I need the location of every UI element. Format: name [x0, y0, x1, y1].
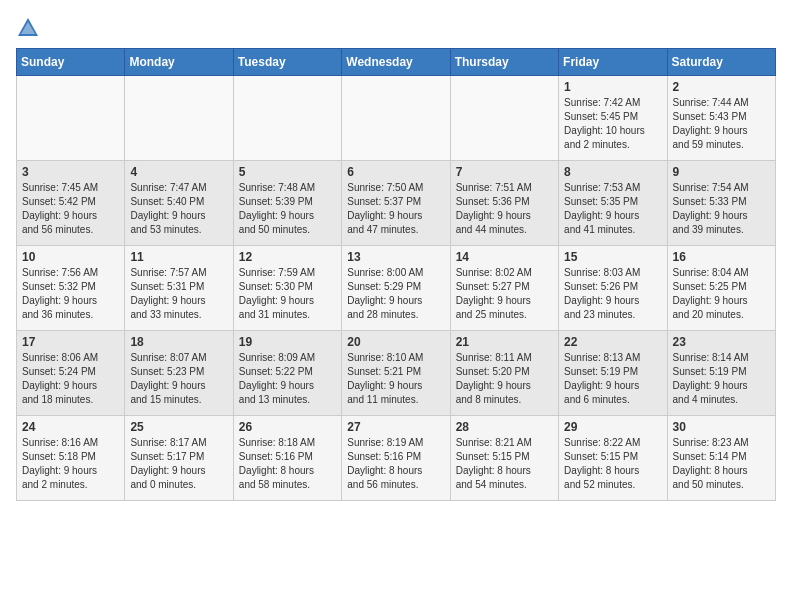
- weekday-header-friday: Friday: [559, 49, 667, 76]
- weekday-header-saturday: Saturday: [667, 49, 775, 76]
- day-number: 7: [456, 165, 553, 179]
- table-row: 9Sunrise: 7:54 AM Sunset: 5:33 PM Daylig…: [667, 161, 775, 246]
- table-row: 13Sunrise: 8:00 AM Sunset: 5:29 PM Dayli…: [342, 246, 450, 331]
- table-row: 1Sunrise: 7:42 AM Sunset: 5:45 PM Daylig…: [559, 76, 667, 161]
- day-info: Sunrise: 7:45 AM Sunset: 5:42 PM Dayligh…: [22, 181, 119, 237]
- day-info: Sunrise: 8:06 AM Sunset: 5:24 PM Dayligh…: [22, 351, 119, 407]
- table-row: 19Sunrise: 8:09 AM Sunset: 5:22 PM Dayli…: [233, 331, 341, 416]
- day-number: 4: [130, 165, 227, 179]
- day-info: Sunrise: 8:07 AM Sunset: 5:23 PM Dayligh…: [130, 351, 227, 407]
- weekday-header-wednesday: Wednesday: [342, 49, 450, 76]
- table-row: 14Sunrise: 8:02 AM Sunset: 5:27 PM Dayli…: [450, 246, 558, 331]
- table-row: 2Sunrise: 7:44 AM Sunset: 5:43 PM Daylig…: [667, 76, 775, 161]
- day-number: 27: [347, 420, 444, 434]
- table-row: 20Sunrise: 8:10 AM Sunset: 5:21 PM Dayli…: [342, 331, 450, 416]
- weekday-header-sunday: Sunday: [17, 49, 125, 76]
- day-info: Sunrise: 8:00 AM Sunset: 5:29 PM Dayligh…: [347, 266, 444, 322]
- table-row: 30Sunrise: 8:23 AM Sunset: 5:14 PM Dayli…: [667, 416, 775, 501]
- table-row: 6Sunrise: 7:50 AM Sunset: 5:37 PM Daylig…: [342, 161, 450, 246]
- table-row: 7Sunrise: 7:51 AM Sunset: 5:36 PM Daylig…: [450, 161, 558, 246]
- day-info: Sunrise: 8:09 AM Sunset: 5:22 PM Dayligh…: [239, 351, 336, 407]
- table-row: [125, 76, 233, 161]
- table-row: [233, 76, 341, 161]
- week-row-3: 10Sunrise: 7:56 AM Sunset: 5:32 PM Dayli…: [17, 246, 776, 331]
- day-number: 6: [347, 165, 444, 179]
- day-number: 9: [673, 165, 770, 179]
- day-info: Sunrise: 8:13 AM Sunset: 5:19 PM Dayligh…: [564, 351, 661, 407]
- day-info: Sunrise: 7:54 AM Sunset: 5:33 PM Dayligh…: [673, 181, 770, 237]
- day-info: Sunrise: 8:02 AM Sunset: 5:27 PM Dayligh…: [456, 266, 553, 322]
- day-info: Sunrise: 8:10 AM Sunset: 5:21 PM Dayligh…: [347, 351, 444, 407]
- table-row: 4Sunrise: 7:47 AM Sunset: 5:40 PM Daylig…: [125, 161, 233, 246]
- day-number: 16: [673, 250, 770, 264]
- day-number: 19: [239, 335, 336, 349]
- table-row: 28Sunrise: 8:21 AM Sunset: 5:15 PM Dayli…: [450, 416, 558, 501]
- day-number: 23: [673, 335, 770, 349]
- day-number: 29: [564, 420, 661, 434]
- table-row: 12Sunrise: 7:59 AM Sunset: 5:30 PM Dayli…: [233, 246, 341, 331]
- day-info: Sunrise: 7:59 AM Sunset: 5:30 PM Dayligh…: [239, 266, 336, 322]
- day-number: 17: [22, 335, 119, 349]
- day-info: Sunrise: 7:44 AM Sunset: 5:43 PM Dayligh…: [673, 96, 770, 152]
- day-number: 25: [130, 420, 227, 434]
- table-row: 24Sunrise: 8:16 AM Sunset: 5:18 PM Dayli…: [17, 416, 125, 501]
- day-info: Sunrise: 8:11 AM Sunset: 5:20 PM Dayligh…: [456, 351, 553, 407]
- table-row: 23Sunrise: 8:14 AM Sunset: 5:19 PM Dayli…: [667, 331, 775, 416]
- weekday-header-row: SundayMondayTuesdayWednesdayThursdayFrid…: [17, 49, 776, 76]
- day-number: 22: [564, 335, 661, 349]
- table-row: [17, 76, 125, 161]
- day-number: 15: [564, 250, 661, 264]
- week-row-5: 24Sunrise: 8:16 AM Sunset: 5:18 PM Dayli…: [17, 416, 776, 501]
- table-row: 3Sunrise: 7:45 AM Sunset: 5:42 PM Daylig…: [17, 161, 125, 246]
- day-number: 8: [564, 165, 661, 179]
- day-info: Sunrise: 8:16 AM Sunset: 5:18 PM Dayligh…: [22, 436, 119, 492]
- day-info: Sunrise: 7:57 AM Sunset: 5:31 PM Dayligh…: [130, 266, 227, 322]
- table-row: 15Sunrise: 8:03 AM Sunset: 5:26 PM Dayli…: [559, 246, 667, 331]
- calendar-table: SundayMondayTuesdayWednesdayThursdayFrid…: [16, 48, 776, 501]
- weekday-header-thursday: Thursday: [450, 49, 558, 76]
- day-info: Sunrise: 7:53 AM Sunset: 5:35 PM Dayligh…: [564, 181, 661, 237]
- day-info: Sunrise: 7:51 AM Sunset: 5:36 PM Dayligh…: [456, 181, 553, 237]
- day-number: 5: [239, 165, 336, 179]
- table-row: 8Sunrise: 7:53 AM Sunset: 5:35 PM Daylig…: [559, 161, 667, 246]
- table-row: 25Sunrise: 8:17 AM Sunset: 5:17 PM Dayli…: [125, 416, 233, 501]
- table-row: 11Sunrise: 7:57 AM Sunset: 5:31 PM Dayli…: [125, 246, 233, 331]
- day-number: 11: [130, 250, 227, 264]
- day-number: 14: [456, 250, 553, 264]
- day-number: 3: [22, 165, 119, 179]
- table-row: 17Sunrise: 8:06 AM Sunset: 5:24 PM Dayli…: [17, 331, 125, 416]
- week-row-4: 17Sunrise: 8:06 AM Sunset: 5:24 PM Dayli…: [17, 331, 776, 416]
- day-number: 12: [239, 250, 336, 264]
- day-number: 30: [673, 420, 770, 434]
- day-info: Sunrise: 8:04 AM Sunset: 5:25 PM Dayligh…: [673, 266, 770, 322]
- day-number: 1: [564, 80, 661, 94]
- day-info: Sunrise: 7:50 AM Sunset: 5:37 PM Dayligh…: [347, 181, 444, 237]
- table-row: 26Sunrise: 8:18 AM Sunset: 5:16 PM Dayli…: [233, 416, 341, 501]
- day-number: 24: [22, 420, 119, 434]
- week-row-2: 3Sunrise: 7:45 AM Sunset: 5:42 PM Daylig…: [17, 161, 776, 246]
- day-info: Sunrise: 8:17 AM Sunset: 5:17 PM Dayligh…: [130, 436, 227, 492]
- day-info: Sunrise: 8:19 AM Sunset: 5:16 PM Dayligh…: [347, 436, 444, 492]
- weekday-header-tuesday: Tuesday: [233, 49, 341, 76]
- table-row: 27Sunrise: 8:19 AM Sunset: 5:16 PM Dayli…: [342, 416, 450, 501]
- table-row: 5Sunrise: 7:48 AM Sunset: 5:39 PM Daylig…: [233, 161, 341, 246]
- table-row: 18Sunrise: 8:07 AM Sunset: 5:23 PM Dayli…: [125, 331, 233, 416]
- table-row: 29Sunrise: 8:22 AM Sunset: 5:15 PM Dayli…: [559, 416, 667, 501]
- day-number: 10: [22, 250, 119, 264]
- day-number: 28: [456, 420, 553, 434]
- day-number: 26: [239, 420, 336, 434]
- day-info: Sunrise: 7:42 AM Sunset: 5:45 PM Dayligh…: [564, 96, 661, 152]
- day-info: Sunrise: 8:23 AM Sunset: 5:14 PM Dayligh…: [673, 436, 770, 492]
- calendar-body: 1Sunrise: 7:42 AM Sunset: 5:45 PM Daylig…: [17, 76, 776, 501]
- day-info: Sunrise: 7:56 AM Sunset: 5:32 PM Dayligh…: [22, 266, 119, 322]
- day-info: Sunrise: 7:48 AM Sunset: 5:39 PM Dayligh…: [239, 181, 336, 237]
- day-number: 13: [347, 250, 444, 264]
- day-info: Sunrise: 7:47 AM Sunset: 5:40 PM Dayligh…: [130, 181, 227, 237]
- logo: [16, 16, 44, 40]
- table-row: 22Sunrise: 8:13 AM Sunset: 5:19 PM Dayli…: [559, 331, 667, 416]
- weekday-header-monday: Monday: [125, 49, 233, 76]
- day-info: Sunrise: 8:14 AM Sunset: 5:19 PM Dayligh…: [673, 351, 770, 407]
- table-row: 21Sunrise: 8:11 AM Sunset: 5:20 PM Dayli…: [450, 331, 558, 416]
- page-header: [16, 16, 776, 40]
- day-info: Sunrise: 8:21 AM Sunset: 5:15 PM Dayligh…: [456, 436, 553, 492]
